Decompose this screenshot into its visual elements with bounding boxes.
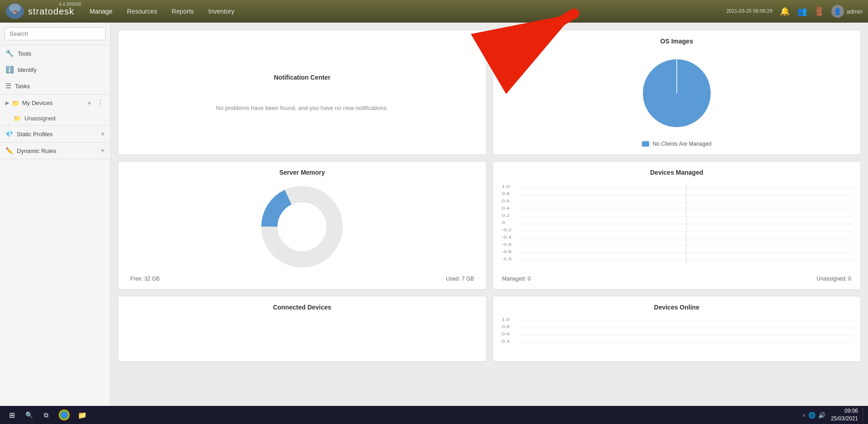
taskbar-search-icon: 🔍 — [25, 411, 33, 419]
volume-icon: 🔊 — [818, 412, 826, 419]
unassigned-label: Unassigned — [24, 115, 56, 122]
devices-online-svg: 1.0 0.8 0.6 0.4 — [500, 316, 854, 353]
notifications-button[interactable]: 🔔 — [780, 6, 790, 16]
svg-text:0.6: 0.6 — [501, 199, 509, 203]
topnav-right: 2021-03-25 09:06:29 🔔 👥 🚪 👤 admin — [726, 5, 863, 18]
my-devices-more-button[interactable]: ⋮ — [96, 99, 105, 107]
server-memory-title: Server Memory — [126, 169, 479, 176]
taskbar-chevron-icon[interactable]: ∧ — [802, 413, 806, 418]
svg-text:-0.6: -0.6 — [501, 242, 511, 247]
sidebar-item-identify[interactable]: ℹ️ Identify — [0, 62, 110, 78]
taskbar-time: 09:06 — [831, 407, 858, 415]
unassigned-folder-icon: 📁 — [14, 115, 21, 122]
unassigned-count-label: Unassigned: 0 — [816, 276, 851, 282]
search-input[interactable] — [5, 27, 106, 40]
taskbar: ⊞ 🔍 ⧉ 📁 ∧ 🌐 🔊 09:06 25/03/2021 — [0, 406, 868, 424]
tasks-label: Tasks — [15, 83, 30, 90]
logout-icon[interactable]: 🚪 — [814, 6, 824, 16]
svg-text:0.8: 0.8 — [501, 191, 509, 196]
devices-managed-card: Devices Managed 1.0 0.8 0.6 0.4 0.2 0 -0… — [493, 161, 861, 290]
notification-center-title: Notification Center — [274, 74, 330, 81]
nav-inventory[interactable]: Inventory — [202, 5, 241, 18]
devices-online-chart: 1.0 0.8 0.6 0.4 — [500, 316, 854, 354]
connected-devices-card: Connected Devices — [118, 296, 486, 362]
notification-message: No problems have been found, and you hav… — [216, 105, 388, 111]
users-icon[interactable]: 👥 — [797, 6, 807, 16]
static-profiles-add-button[interactable]: + — [101, 130, 105, 138]
start-button[interactable]: ⊞ — [4, 407, 20, 423]
taskbar-clock: 09:06 25/03/2021 — [831, 407, 858, 423]
top-menu: Manage Resources Reports Inventory — [83, 5, 726, 18]
user-avatar: 👤 — [831, 5, 844, 18]
taskbar-system-icons: 🌐 🔊 — [808, 412, 826, 419]
tools-icon: 🔧 — [5, 49, 14, 57]
os-images-card: OS Images No Clients Are Managed — [493, 30, 861, 155]
identify-label: Identify — [18, 67, 37, 73]
my-devices-add-button[interactable]: + — [85, 99, 93, 107]
devices-managed-chart: 1.0 0.8 0.6 0.4 0.2 0 -0.2 -0.4 -0.6 -0.… — [500, 183, 854, 273]
my-devices-header[interactable]: ▶ 📁 My Devices + ⋮ — [0, 95, 110, 111]
svg-text:0.2: 0.2 — [501, 213, 509, 218]
dashboard: Notification Center No problems have bee… — [111, 23, 868, 406]
topnav-datetime: 2021-03-25 09:06:29 — [726, 8, 772, 14]
nav-resources[interactable]: Resources — [121, 5, 164, 18]
svg-point-7 — [278, 202, 326, 251]
app-name: stratodesk — [28, 6, 74, 17]
sidebar-search-area — [0, 23, 110, 45]
taskbar-search-button[interactable]: 🔍 — [22, 408, 36, 422]
app-version: 4.4.999566 — [59, 2, 81, 7]
my-devices-group: ▶ 📁 My Devices + ⋮ 📁 Unassigned — [0, 95, 110, 126]
user-menu[interactable]: 👤 admin — [831, 5, 863, 18]
os-images-title: OS Images — [660, 38, 693, 45]
svg-text:-0.8: -0.8 — [501, 249, 511, 254]
static-profiles-section[interactable]: 💎 Static Profiles + — [0, 126, 110, 143]
chrome-icon — [59, 410, 70, 420]
username-label: admin — [847, 8, 863, 15]
file-explorer-icon: 📁 — [78, 411, 87, 419]
os-images-chart — [638, 55, 715, 132]
taskbar-folder[interactable]: 📁 — [74, 407, 90, 423]
static-profiles-icon: 💎 — [5, 130, 13, 138]
dynamic-rules-add-button[interactable]: + — [101, 147, 105, 155]
svg-text:-1.0: -1.0 — [501, 257, 511, 261]
devices-managed-svg: 1.0 0.8 0.6 0.4 0.2 0 -0.2 -0.4 -0.6 -0.… — [500, 183, 854, 265]
server-memory-card: Server Memory Free: 32 GB Used: 7 GB — [118, 161, 486, 290]
svg-text:1.0: 1.0 — [501, 184, 509, 189]
sidebar-item-tasks[interactable]: ☰ Tasks — [0, 78, 110, 94]
sidebar-subitem-unassigned[interactable]: 📁 Unassigned — [0, 111, 110, 125]
legend-label: No Clients Are Managed — [653, 141, 712, 147]
show-desktop-button[interactable] — [863, 408, 864, 422]
my-devices-chevron: ▶ — [5, 100, 9, 106]
my-devices-folder-icon: 📁 — [12, 100, 19, 107]
svg-text:-0.2: -0.2 — [501, 228, 511, 232]
nav-reports[interactable]: Reports — [165, 5, 200, 18]
server-memory-footer: Free: 32 GB Used: 7 GB — [126, 276, 479, 282]
svg-text:1.0: 1.0 — [501, 317, 509, 322]
svg-text:0.6: 0.6 — [501, 332, 509, 336]
svg-text:0: 0 — [501, 220, 505, 225]
os-images-legend: No Clients Are Managed — [642, 141, 712, 147]
memory-free-label: Free: 32 GB — [130, 276, 160, 282]
sidebar-tools-section: 🔧 Tools ℹ️ Identify ☰ Tasks — [0, 45, 110, 95]
windows-icon: ⊞ — [9, 411, 15, 419]
taskbar-right: ∧ 🌐 🔊 09:06 25/03/2021 — [802, 407, 864, 423]
dynamic-rules-section[interactable]: ✏️ Dynamic Rules + — [0, 143, 110, 159]
topnav-datetime-line1: 2021-03-25 09:06:29 — [726, 8, 772, 14]
dynamic-rules-icon: ✏️ — [5, 147, 13, 154]
sidebar-item-tools[interactable]: 🔧 Tools — [0, 45, 110, 62]
tools-label: Tools — [18, 50, 31, 57]
svg-text:0.8: 0.8 — [501, 324, 509, 329]
network-icon: 🌐 — [808, 412, 816, 419]
svg-text:-0.4: -0.4 — [501, 235, 511, 239]
task-view-icon: ⧉ — [44, 411, 48, 419]
topnav: 🦔 stratodesk 4.4.999566 Manage Resources… — [0, 0, 868, 23]
devices-online-title: Devices Online — [500, 304, 854, 311]
taskbar-chrome[interactable] — [56, 407, 72, 423]
managed-count-label: Managed: 0 — [502, 276, 531, 282]
logo-icon: 🦔 — [5, 3, 24, 20]
legend-color-swatch — [642, 141, 649, 147]
taskbar-task-view[interactable]: ⧉ — [38, 407, 54, 423]
nav-manage[interactable]: Manage — [83, 5, 119, 18]
server-memory-chart — [257, 181, 347, 272]
identify-icon: ℹ️ — [5, 66, 14, 74]
